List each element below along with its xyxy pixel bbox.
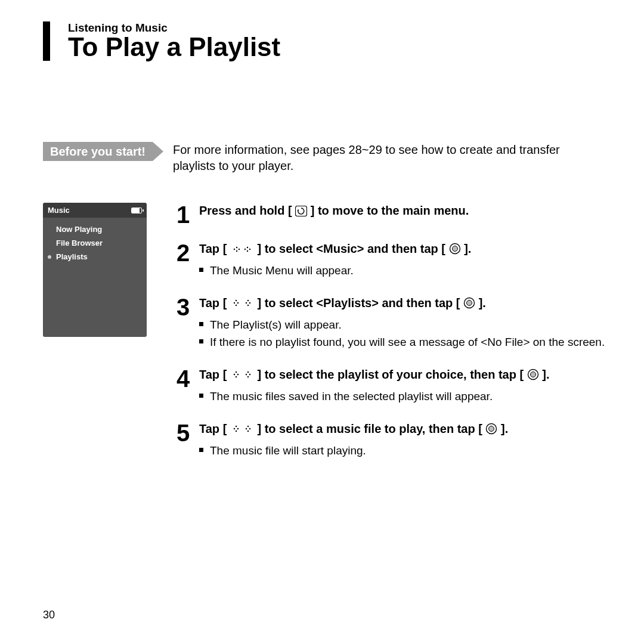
svg-point-5 [244,249,246,250]
step-heading: Tap [ ] to select <Music> and then tap [… [199,242,471,255]
step-bullet: If there is no playlist found, you will … [199,335,620,350]
up-down-icon [230,370,254,380]
svg-point-32 [234,428,235,429]
select-button-icon [527,369,539,380]
svg-point-23 [237,374,239,375]
step-heading: Tap [ ] to select <Playlists> and then t… [199,296,486,309]
svg-point-1 [234,249,235,250]
select-button-icon [449,243,461,255]
step-number: 4 [177,367,197,391]
step-number: 2 [177,241,197,265]
svg-point-27 [249,374,250,375]
step-bullet: The music file will start playing. [199,443,620,459]
svg-point-33 [237,428,239,429]
svg-point-12 [234,302,235,304]
up-down-icon [230,424,254,435]
svg-point-25 [247,371,249,373]
svg-point-3 [236,250,237,252]
device-title: Music [48,206,70,215]
svg-rect-0 [296,206,307,216]
device-screenshot: Music Now Playing File Browser Playlists [43,203,147,475]
step: 2Tap [ ] to select <Music> and then tap … [177,241,620,281]
svg-point-35 [247,426,249,427]
svg-point-40 [489,426,494,431]
page-title: To Play a Playlist [68,33,620,61]
svg-point-34 [236,431,237,432]
step-bullet: The Playlist(s) will appear. [199,317,620,333]
svg-point-24 [236,376,237,377]
svg-point-8 [249,249,250,250]
svg-point-36 [246,428,247,429]
svg-point-26 [246,374,247,375]
svg-point-30 [530,372,535,377]
select-button-icon [485,423,497,435]
svg-point-22 [234,374,235,375]
svg-point-20 [467,300,472,305]
left-right-icon [230,244,254,255]
svg-point-2 [236,247,237,248]
svg-point-13 [237,302,239,304]
step-bullet: The Music Menu will appear. [199,263,620,278]
back-button-icon [295,206,307,216]
before-you-start-badge: Before you start! [43,142,153,161]
svg-point-10 [452,246,457,252]
select-button-icon [463,297,475,309]
svg-point-7 [247,250,248,252]
step-heading: Tap [ ] to select a music file to play, … [199,422,508,435]
step: 3Tap [ ] to select <Playlists> and then … [177,295,620,352]
svg-point-31 [236,426,237,427]
step-number: 3 [177,295,197,319]
svg-point-17 [249,302,250,304]
step: 1Press and hold [ ] to move to the main … [177,203,620,227]
svg-point-37 [249,428,250,429]
step: 5Tap [ ] to select a music file to play,… [177,421,620,461]
step-number: 1 [177,203,197,227]
svg-point-28 [247,376,249,377]
svg-point-14 [236,305,237,306]
step-bullet: The music files saved in the selected pl… [199,389,620,404]
svg-point-11 [236,300,237,301]
up-down-icon [230,298,254,309]
battery-icon [131,208,142,213]
device-menu-item-selected: Playlists [43,250,147,264]
step-heading: Press and hold [ ] to move to the main m… [199,204,469,217]
page-number: 30 [43,609,55,621]
step: 4Tap [ ] to select the playlist of your … [177,367,620,407]
svg-point-15 [247,300,249,301]
step-number: 5 [177,421,197,445]
step-heading: Tap [ ] to select the playlist of your c… [199,368,550,381]
device-menu: Now Playing File Browser Playlists [43,218,147,337]
svg-point-18 [247,305,249,306]
svg-point-16 [246,302,247,304]
device-menu-item: File Browser [43,236,147,250]
svg-point-21 [236,371,237,373]
svg-point-4 [239,249,240,250]
device-menu-item: Now Playing [43,222,147,236]
svg-point-6 [247,247,248,248]
svg-point-38 [247,431,249,432]
before-you-start-text: For more information, see pages 28~29 to… [173,142,602,174]
